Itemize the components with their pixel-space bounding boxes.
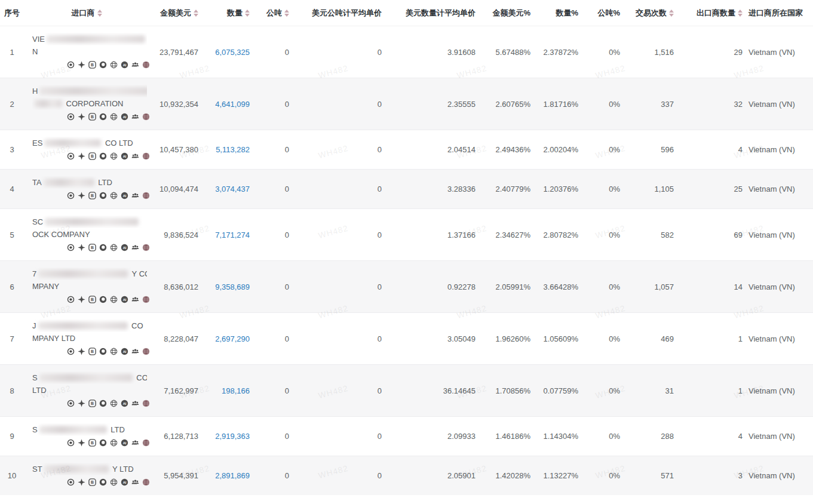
sort-arrows-icon[interactable] (669, 10, 674, 17)
bing-icon[interactable]: B (88, 399, 96, 407)
importer-name[interactable]: S LTD (32, 423, 147, 436)
column-header-importer[interactable]: 进口商 (24, 8, 149, 19)
column-header-tons[interactable]: 公吨 (253, 8, 293, 19)
world-icon[interactable] (142, 296, 150, 303)
cell-quantity[interactable]: 2,919,363 (202, 432, 253, 441)
cell-quantity[interactable]: 3,074,437 (202, 185, 253, 193)
sphere-icon[interactable] (99, 152, 107, 160)
globe-icon[interactable] (110, 296, 118, 303)
column-header-transactions[interactable]: 交易次数 (624, 8, 677, 19)
cell-quantity[interactable]: 9,358,689 (202, 282, 253, 291)
people-icon[interactable] (131, 192, 139, 199)
sort-arrows-icon[interactable] (194, 10, 198, 17)
compass-icon[interactable] (78, 439, 85, 447)
importer-name[interactable]: S CO (32, 371, 147, 384)
sort-arrows-icon[interactable] (245, 10, 250, 17)
quantity-link[interactable]: 9,358,689 (215, 282, 250, 291)
column-header-exporters[interactable]: 出口商数量 (677, 8, 746, 19)
compass-icon[interactable] (78, 244, 85, 251)
ai-icon[interactable]: AI (121, 113, 128, 121)
world-icon[interactable] (142, 61, 150, 69)
quantity-link[interactable]: 3,074,437 (215, 185, 250, 193)
people-icon[interactable] (131, 348, 139, 355)
target-icon[interactable] (67, 113, 75, 121)
target-icon[interactable] (67, 152, 75, 160)
ai-icon[interactable]: AI (121, 439, 128, 447)
importer-name[interactable]: H (32, 85, 147, 97)
bing-icon[interactable]: B (88, 113, 96, 121)
target-icon[interactable] (67, 61, 75, 69)
target-icon[interactable] (67, 244, 75, 251)
cell-quantity[interactable]: 2,697,290 (202, 334, 253, 343)
globe-icon[interactable] (110, 439, 118, 447)
people-icon[interactable] (131, 478, 139, 486)
compass-icon[interactable] (78, 113, 85, 121)
importer-name[interactable]: VIE (32, 33, 147, 45)
sphere-icon[interactable] (99, 113, 107, 121)
globe-icon[interactable] (110, 152, 118, 160)
target-icon[interactable] (67, 296, 75, 303)
importer-name[interactable]: MPANY (32, 280, 147, 293)
globe-icon[interactable] (110, 348, 118, 355)
target-icon[interactable] (67, 399, 75, 407)
cell-quantity[interactable]: 5,113,282 (202, 145, 253, 154)
ai-icon[interactable]: AI (121, 348, 128, 355)
compass-icon[interactable] (78, 399, 85, 407)
ai-icon[interactable]: AI (121, 192, 128, 199)
ai-icon[interactable]: AI (121, 478, 128, 486)
bing-icon[interactable]: B (88, 152, 96, 160)
importer-name[interactable]: J CO (32, 319, 147, 332)
target-icon[interactable] (67, 348, 75, 355)
people-icon[interactable] (131, 399, 139, 407)
world-icon[interactable] (142, 348, 150, 355)
compass-icon[interactable] (78, 296, 85, 303)
importer-name[interactable]: CORPORATION (32, 97, 147, 110)
globe-icon[interactable] (110, 399, 118, 407)
bing-icon[interactable]: B (88, 61, 96, 69)
people-icon[interactable] (131, 61, 139, 69)
compass-icon[interactable] (78, 192, 85, 199)
importer-name[interactable]: LTD (32, 384, 147, 397)
compass-icon[interactable] (78, 478, 85, 486)
importer-name[interactable]: 7 Y CO (32, 268, 147, 280)
ai-icon[interactable]: AI (121, 61, 128, 69)
target-icon[interactable] (67, 192, 75, 199)
target-icon[interactable] (67, 439, 75, 447)
globe-icon[interactable] (110, 113, 118, 121)
quantity-link[interactable]: 2,697,290 (215, 334, 250, 343)
quantity-link[interactable]: 6,075,325 (215, 48, 250, 57)
compass-icon[interactable] (78, 348, 85, 355)
quantity-link[interactable]: 2,919,363 (215, 432, 250, 441)
importer-name[interactable]: N (32, 45, 147, 58)
importer-name[interactable]: TA LTD (32, 176, 147, 189)
sphere-icon[interactable] (99, 192, 107, 199)
cell-quantity[interactable]: 6,075,325 (202, 48, 253, 57)
importer-name[interactable]: ES CO LTD (32, 137, 147, 149)
globe-icon[interactable] (110, 61, 118, 69)
bing-icon[interactable]: B (88, 439, 96, 447)
ai-icon[interactable]: AI (121, 244, 128, 251)
sort-arrows-icon[interactable] (738, 10, 743, 17)
sphere-icon[interactable] (99, 348, 107, 355)
compass-icon[interactable] (78, 152, 85, 160)
world-icon[interactable] (142, 399, 150, 407)
quantity-link[interactable]: 4,641,099 (215, 100, 250, 109)
quantity-link[interactable]: 5,113,282 (216, 145, 250, 154)
cell-quantity[interactable]: 198,166 (202, 386, 253, 395)
importer-name[interactable]: OCK COMPANY (32, 228, 147, 241)
people-icon[interactable] (131, 439, 139, 447)
people-icon[interactable] (131, 296, 139, 303)
sort-arrows-icon[interactable] (97, 10, 102, 17)
importer-name[interactable]: SC (32, 216, 147, 228)
compass-icon[interactable] (78, 61, 85, 69)
bing-icon[interactable]: B (88, 296, 96, 303)
importer-name[interactable]: ST Y LTD (32, 463, 147, 475)
globe-icon[interactable] (110, 244, 118, 251)
ai-icon[interactable]: AI (121, 399, 128, 407)
quantity-link[interactable]: 7,171,274 (215, 231, 250, 239)
quantity-link[interactable]: 198,166 (222, 386, 250, 395)
people-icon[interactable] (131, 113, 139, 121)
column-header-amount_usd[interactable]: 金额美元 (149, 8, 202, 19)
bing-icon[interactable]: B (88, 244, 96, 251)
sphere-icon[interactable] (99, 61, 107, 69)
